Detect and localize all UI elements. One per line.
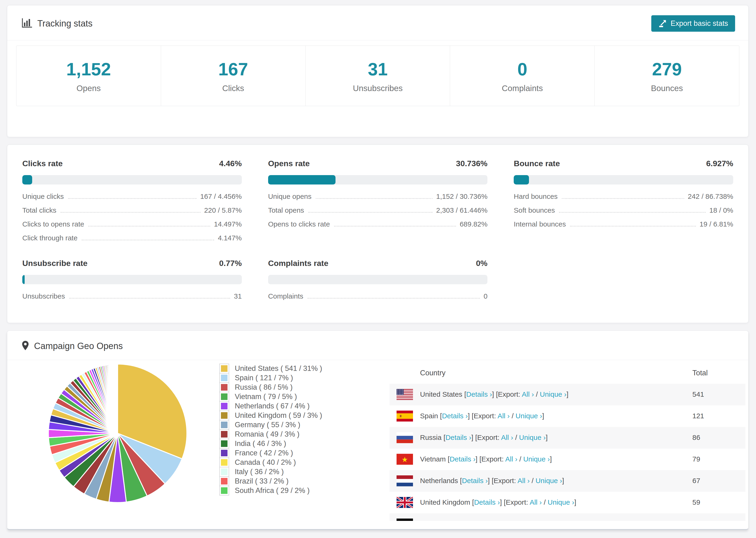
kv-value: 689.82% (460, 220, 487, 228)
table-row-ru: Russia [Details ›] [Export: All › / Uniq… (390, 427, 745, 449)
details-link[interactable]: Details › (450, 455, 475, 463)
export-unique-link[interactable]: Unique › (548, 498, 574, 506)
kv-value: 220 / 5.87% (204, 206, 242, 214)
details-link[interactable]: Details › (445, 434, 471, 441)
export-all-link[interactable]: All › (509, 520, 521, 521)
country-flag-ru (397, 432, 413, 443)
tracking-stats-page: { "colors":{ "accent":"#17879A","link":"… (0, 0, 756, 538)
rate-value: 4.46% (219, 159, 242, 168)
country-cell: Vietnam [Details ›] [Export: All › / Uni… (420, 455, 552, 463)
rate-panel-bounce-rate: Bounce rate 6.927% Hard bounces 242 / 86… (514, 159, 733, 248)
geo-opens-pie-chart (42, 358, 193, 509)
export-all-link[interactable]: All › (505, 455, 517, 463)
country-flag-de (397, 518, 413, 521)
legend-swatch (220, 439, 229, 448)
details-link[interactable]: Details › (466, 390, 492, 398)
stat-value: 279 (652, 59, 682, 79)
legend-item: Russia ( 86 / 5% ) (220, 383, 322, 392)
table-row-de: Germany [Details ›] [Export: All › / Uni… (390, 513, 745, 521)
legend-swatch (220, 467, 229, 476)
kv-value: 242 / 86.738% (688, 192, 733, 200)
kv-label: Soft bounces (514, 206, 555, 214)
export-all-link[interactable]: All › (501, 434, 513, 441)
row-total: 59 (692, 498, 700, 506)
kv-value: 31 (234, 292, 242, 300)
export-unique-link[interactable]: Unique › (515, 412, 542, 420)
bar-chart-icon (22, 18, 32, 28)
pie-legend: United States ( 541 / 31% ) Spain ( 121 … (220, 364, 322, 496)
kv-label: Unique opens (268, 192, 311, 200)
table-row-us: United States [Details ›] [Export: All ›… (390, 384, 745, 405)
legend-label: Romania ( 49 / 3% ) (235, 430, 299, 439)
stat-value: 167 (218, 59, 248, 79)
details-link[interactable]: Details › (462, 477, 488, 484)
export-all-link[interactable]: All › (498, 412, 510, 420)
kv-value: 19 / 6.81% (700, 220, 733, 228)
export-basic-stats-button[interactable]: Export basic stats (651, 15, 735, 32)
kv-label: Unsubscribes (22, 292, 65, 300)
country-flag-vn (397, 454, 413, 465)
export-icon (658, 19, 667, 28)
row-total: 541 (692, 390, 704, 398)
geo-title: Campaign Geo Opens (34, 341, 123, 351)
country-cell: Russia [Details ›] [Export: All › / Uniq… (420, 434, 548, 442)
dotted-leader (559, 212, 706, 213)
country-name: Spain (420, 412, 438, 420)
legend-label: Brazil ( 33 / 2% ) (235, 477, 289, 485)
progress-bar (268, 175, 488, 185)
kv-row: Soft bounces 18 / 0% (514, 206, 733, 220)
kv-label: Unique clicks (22, 192, 64, 200)
legend-label: India ( 46 / 3% ) (235, 439, 286, 448)
export-all-link[interactable]: All › (522, 390, 534, 398)
legend-item: Germany ( 55 / 3% ) (220, 420, 322, 429)
export-unique-link[interactable]: Unique › (523, 455, 550, 463)
campaign-geo-opens-card: Campaign Geo Opens United States ( 541 /… (7, 331, 748, 530)
kv-label: Internal bounces (514, 220, 566, 228)
kv-row: Unique clicks 167 / 4.456% (22, 192, 242, 206)
export-unique-link[interactable]: Unique › (519, 434, 546, 441)
rate-value: 0.77% (219, 259, 242, 268)
country-column-header: Country (420, 369, 446, 377)
country-flag-nl (397, 475, 413, 486)
legend-item: South Africa ( 29 / 2% ) (220, 486, 322, 495)
export-all-link[interactable]: All › (530, 498, 542, 506)
stat-label: Complaints (502, 83, 543, 93)
kv-label: Hard bounces (514, 192, 558, 200)
legend-swatch (220, 477, 229, 486)
kv-label: Complaints (268, 292, 303, 300)
table-row-vn: Vietnam [Details ›] [Export: All › / Uni… (390, 449, 745, 470)
geo-header: Campaign Geo Opens (7, 331, 748, 360)
kv-row: Opens to clicks rate 689.82% (268, 220, 488, 234)
stat-label: Unsubscribes (353, 83, 403, 93)
progress-bar (514, 175, 733, 185)
progress-bar (22, 175, 242, 185)
legend-label: France ( 42 / 2% ) (235, 449, 293, 457)
country-flag-gb (397, 497, 413, 508)
kv-value: 18 / 0% (709, 206, 733, 214)
dotted-leader (308, 212, 432, 213)
details-link[interactable]: Details › (474, 498, 500, 506)
legend-swatch (220, 364, 229, 373)
kv-label: Opens to clicks rate (268, 220, 330, 228)
details-link[interactable]: Details › (453, 520, 479, 521)
export-all-link[interactable]: All › (517, 477, 530, 484)
rate-title: Opens rate (268, 159, 310, 168)
export-unique-link[interactable]: Unique › (527, 520, 553, 521)
progress-fill (514, 175, 529, 185)
country-flag-us (397, 389, 413, 400)
stat-value: 31 (368, 59, 388, 79)
export-button-label: Export basic stats (671, 19, 728, 28)
legend-label: Spain ( 121 / 7% ) (235, 374, 293, 382)
total-column-header: Total (692, 369, 708, 377)
rate-title: Unsubscribe rate (22, 259, 87, 268)
kv-value: 4.147% (218, 234, 242, 242)
export-unique-link[interactable]: Unique › (540, 390, 566, 398)
dotted-leader (68, 198, 196, 199)
rate-panel-complaints-rate: Complaints rate 0% Complaints 0 (268, 259, 488, 306)
export-unique-link[interactable]: Unique › (536, 477, 562, 484)
tracking-stats-card: Tracking stats Export basic stats 1,152 … (7, 5, 748, 137)
details-link[interactable]: Details › (442, 412, 468, 420)
legend-item: France ( 42 / 2% ) (220, 449, 322, 457)
country-name: United Kingdom (420, 498, 470, 506)
tracking-stats-header: Tracking stats Export basic stats (7, 5, 748, 40)
